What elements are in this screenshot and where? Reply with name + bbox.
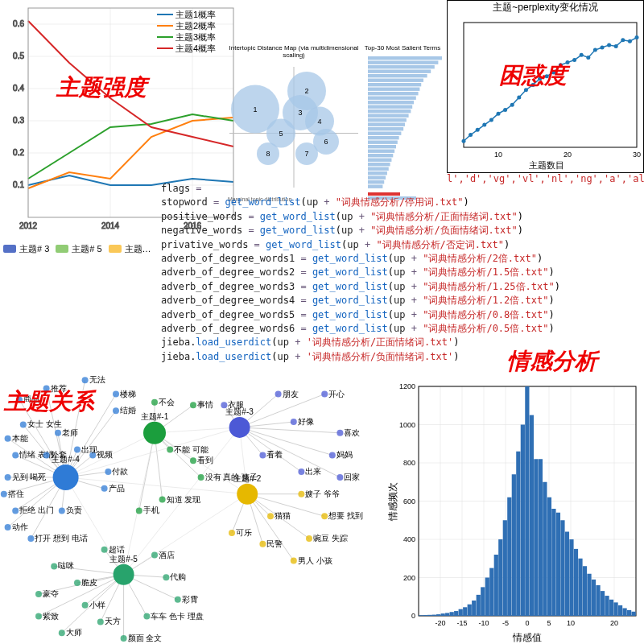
svg-rect-67 (368, 150, 394, 153)
svg-text:猫猫: 猫猫 (275, 511, 291, 520)
svg-point-237 (1, 491, 7, 497)
svg-rect-73 (368, 176, 386, 180)
svg-point-287 (53, 464, 79, 490)
svg-point-239 (12, 507, 19, 514)
svg-rect-372 (613, 602, 617, 616)
svg-point-215 (136, 507, 142, 514)
svg-text:2014: 2014 (101, 221, 120, 230)
svg-rect-63 (368, 132, 401, 135)
svg-rect-359 (556, 513, 560, 616)
svg-rect-354 (534, 459, 538, 616)
svg-point-211 (198, 474, 204, 481)
svg-rect-352 (525, 386, 529, 616)
svg-text:超话: 超话 (109, 545, 125, 554)
label-topic-relation: 主题关系 (4, 386, 94, 417)
svg-line-169 (155, 427, 240, 433)
svg-rect-329 (423, 615, 427, 616)
svg-text:事情: 事情 (197, 400, 213, 409)
svg-point-81 (476, 128, 480, 132)
svg-point-265 (51, 563, 57, 569)
svg-text:紫致: 紫致 (43, 612, 59, 621)
svg-text:800: 800 (403, 459, 415, 467)
svg-rect-56 (368, 101, 414, 104)
svg-text:-15: -15 (456, 619, 467, 627)
svg-rect-57 (368, 105, 412, 109)
svg-text:看到: 看到 (197, 456, 213, 464)
svg-rect-345 (494, 555, 498, 616)
svg-rect-58 (368, 109, 411, 113)
svg-rect-46 (368, 56, 442, 60)
svg-text:彩霄: 彩霄 (182, 595, 198, 604)
svg-point-253 (306, 535, 312, 542)
svg-point-195 (329, 452, 336, 458)
svg-rect-338 (463, 607, 467, 616)
svg-rect-334 (445, 613, 449, 616)
svg-point-99 (601, 46, 605, 50)
svg-text:视频: 视频 (97, 450, 113, 459)
svg-rect-343 (485, 578, 489, 617)
svg-text:好像: 好像 (298, 417, 314, 426)
svg-point-283 (59, 630, 65, 636)
svg-rect-364 (578, 559, 582, 616)
svg-point-80 (469, 133, 473, 137)
svg-text:7: 7 (304, 150, 308, 158)
svg-point-281 (143, 613, 150, 620)
svg-text:5: 5 (547, 619, 551, 627)
svg-rect-347 (503, 520, 507, 616)
svg-rect-366 (587, 574, 591, 616)
ldavis-bubble-panel: Intertopic Distance Map (via multidimens… (221, 44, 366, 205)
svg-point-279 (97, 618, 104, 625)
svg-point-269 (163, 574, 169, 580)
svg-point-97 (586, 56, 590, 60)
svg-rect-373 (618, 605, 622, 616)
svg-rect-70 (368, 163, 390, 166)
svg-text:600: 600 (403, 497, 415, 506)
svg-point-271 (35, 591, 42, 597)
svg-text:不会: 不会 (159, 398, 175, 407)
svg-text:哒咪: 哒咪 (58, 561, 74, 570)
label-perplexity: 困惑度 (499, 60, 567, 91)
svg-text:颜面 全文: 颜面 全文 (128, 634, 163, 642)
svg-text:拒绝 出门: 拒绝 出门 (19, 506, 54, 514)
svg-rect-362 (569, 539, 573, 616)
svg-rect-50 (368, 74, 427, 77)
svg-rect-64 (368, 136, 399, 139)
svg-text:4: 4 (317, 118, 321, 126)
svg-point-101 (614, 44, 618, 48)
svg-point-100 (607, 43, 611, 47)
perplexity-chart: 102030主题数目 (448, 14, 644, 171)
svg-text:搭住: 搭住 (8, 489, 24, 498)
svg-point-225 (55, 430, 61, 436)
svg-text:车车 色卡 理盘: 车车 色卡 理盘 (151, 612, 204, 621)
svg-rect-53 (368, 88, 419, 91)
svg-text:主题数目: 主题数目 (529, 160, 564, 170)
svg-text:1000: 1000 (399, 421, 415, 429)
svg-point-235 (5, 474, 11, 481)
svg-rect-48 (368, 65, 435, 68)
svg-point-249 (267, 513, 274, 519)
svg-rect-346 (498, 539, 502, 616)
svg-rect-68 (368, 154, 393, 157)
svg-point-183 (113, 407, 119, 414)
svg-text:大师: 大师 (66, 628, 82, 637)
svg-text:0.5: 0.5 (13, 52, 24, 60)
svg-rect-69 (368, 159, 391, 162)
ldavis-bars-panel: Top-30 Most Salient Terms (358, 44, 447, 205)
perplexity-title: 主题~perplexity变化情况 (448, 1, 643, 14)
svg-text:嫂子 爷爷: 嫂子 爷爷 (305, 489, 340, 498)
svg-point-213 (159, 497, 166, 503)
svg-text:看着: 看着 (266, 450, 283, 459)
svg-point-233 (43, 452, 50, 458)
svg-rect-376 (631, 612, 635, 616)
svg-text:20: 20 (610, 619, 618, 627)
svg-rect-52 (368, 83, 421, 86)
svg-text:小样: 小样 (89, 601, 105, 609)
svg-point-291 (229, 417, 250, 438)
svg-point-187 (275, 391, 282, 398)
svg-rect-348 (507, 497, 511, 616)
svg-text:400: 400 (403, 535, 415, 543)
svg-text:0.2: 0.2 (13, 148, 24, 157)
sentiment-panel: 020040060080010001200-20-15-10-5051020情感… (386, 378, 644, 644)
svg-rect-66 (368, 145, 396, 148)
svg-text:结婚: 结婚 (120, 406, 136, 415)
